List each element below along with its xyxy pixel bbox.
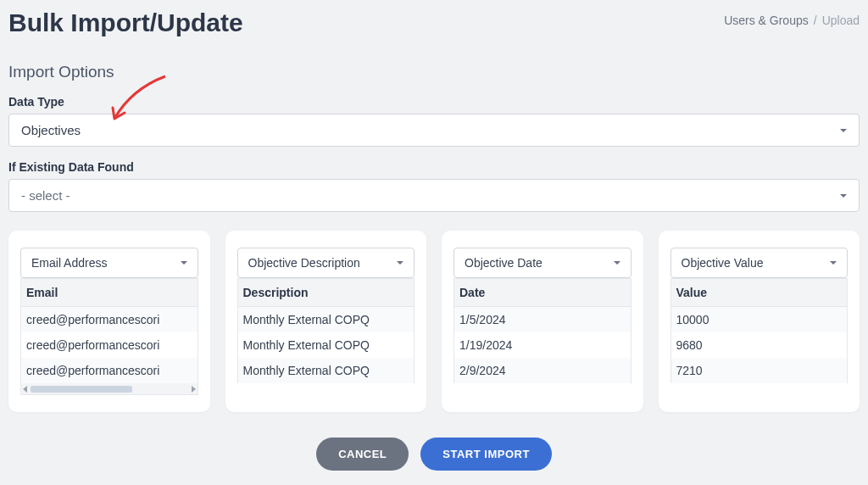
breadcrumb-separator: / [814, 14, 817, 27]
table-row: 9680 [670, 332, 848, 358]
column-mapping-select[interactable]: Objective Value [670, 248, 849, 278]
horizontal-scrollbar[interactable] [20, 383, 198, 395]
if-existing-value: - select - [21, 188, 70, 203]
table-header: Description [237, 279, 415, 307]
column-mapping-select[interactable]: Objective Date [453, 248, 632, 278]
preview-table: Date 1/5/2024 1/19/2024 2/9/2024 [453, 278, 632, 383]
chevron-down-icon [840, 129, 847, 132]
breadcrumb-current: Upload [822, 14, 860, 27]
page-title: Bulk Import/Update [8, 8, 243, 37]
column-card-date: Objective Date Date 1/5/2024 1/19/2024 2… [442, 231, 643, 412]
column-card-value: Objective Value Value 10000 9680 7210 [659, 231, 860, 412]
if-existing-select[interactable]: - select - [8, 179, 860, 212]
chevron-down-icon [830, 261, 837, 265]
chevron-down-icon [181, 261, 187, 265]
table-row: 2/9/2024 [454, 358, 632, 383]
preview-table: Value 10000 9680 7210 [670, 278, 849, 383]
breadcrumb-parent[interactable]: Users & Groups [724, 14, 809, 27]
column-mapping-select[interactable]: Objective Description [237, 248, 415, 278]
column-mapping-value: Objective Description [248, 256, 360, 270]
chevron-down-icon [397, 261, 403, 265]
table-row: Monthly External COPQ [237, 332, 415, 358]
scroll-right-icon [192, 386, 196, 393]
if-existing-label: If Existing Data Found [8, 160, 860, 174]
table-header: Value [670, 279, 848, 307]
table-row: Monthly External COPQ [237, 358, 415, 383]
column-mapping-value: Email Address [31, 256, 107, 270]
table-row: 7210 [670, 358, 848, 383]
column-card-email: Email Address Email creed@performancesco… [8, 231, 210, 412]
preview-table: Email creed@performancescori creed@perfo… [20, 278, 198, 383]
chevron-down-icon [614, 261, 620, 265]
data-type-value: Objectives [21, 123, 81, 137]
cancel-button[interactable]: CANCEL [316, 438, 409, 471]
table-row: creed@performancescori [21, 358, 198, 383]
breadcrumb: Users & Groups / Upload [724, 14, 860, 27]
table-row: creed@performancescori [21, 332, 198, 358]
column-mapping-value: Objective Date [465, 256, 542, 270]
chevron-down-icon [840, 194, 847, 198]
section-title: Import Options [8, 63, 860, 81]
start-import-button[interactable]: START IMPORT [420, 438, 552, 471]
table-header: Email [21, 279, 198, 307]
preview-table: Description Monthly External COPQ Monthl… [237, 278, 415, 383]
table-row: Monthly External COPQ [237, 307, 415, 333]
table-row: 1/19/2024 [454, 332, 632, 358]
column-card-description: Objective Description Description Monthl… [225, 231, 427, 412]
table-row: 1/5/2024 [454, 307, 632, 333]
column-mapping-select[interactable]: Email Address [20, 248, 198, 278]
table-row: creed@performancescori [21, 307, 198, 333]
table-row: 10000 [670, 307, 848, 333]
data-type-select[interactable]: Objectives [8, 114, 860, 147]
data-type-label: Data Type [8, 95, 860, 109]
column-mapping-value: Objective Value [682, 256, 764, 270]
table-header: Date [454, 279, 632, 307]
scrollbar-thumb[interactable] [31, 386, 132, 393]
